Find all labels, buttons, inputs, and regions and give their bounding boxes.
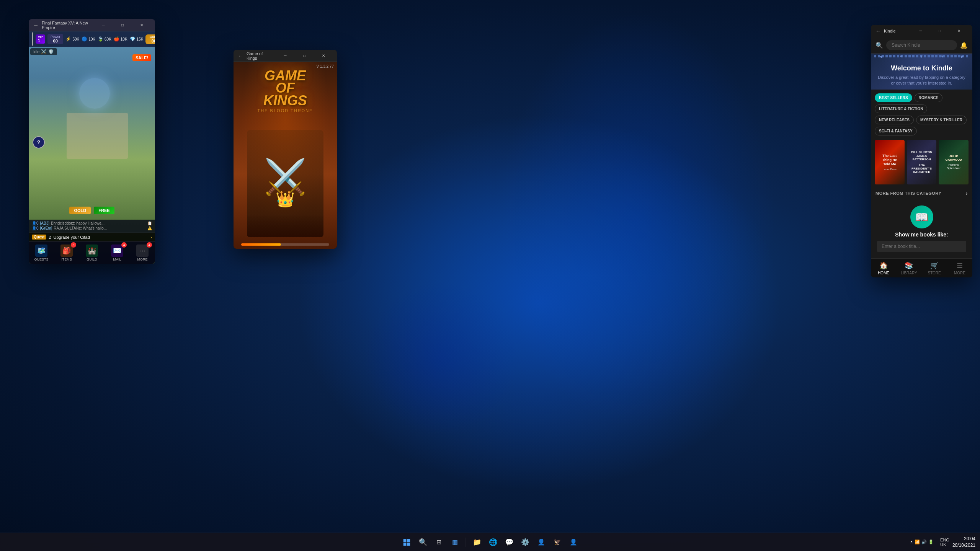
kindle-minimize-button[interactable]: ─: [912, 25, 929, 37]
taskbar-search-button[interactable]: 🔍: [416, 535, 430, 549]
deco-1: ◀: [879, 54, 882, 59]
taskbar-app2-button[interactable]: 🦅: [550, 535, 564, 549]
kindle-book-2-info: BILL CLINTONJAMES PATTERSON THE PRESIDEN…: [907, 147, 937, 177]
kindle-cat-bestsellers[interactable]: BEST SELLERS: [875, 93, 912, 102]
ff-window: ← Final Fantasy XV: A New Empire ─ □ ✕ 👤…: [29, 19, 155, 264]
kindle-cat-scifi[interactable]: SCI-FI & FANTASY: [875, 127, 917, 135]
gok-titlebar: ← Game of Kings ─ □ ✕: [234, 50, 337, 62]
kindle-decorations: ◀ ▼ ▼ ▼ ▶: [871, 54, 972, 59]
kindle-cat-newreleases[interactable]: NEW RELEASES: [875, 116, 914, 124]
kindle-show-section: 📖 Show me books like:: [871, 199, 972, 258]
kindle-nav-store[interactable]: 🛒 STORE: [922, 259, 947, 277]
ff-res-val-3: 60K: [105, 37, 111, 41]
taskbar-taskview-button[interactable]: ⊞: [432, 535, 446, 549]
ff-vip-label: VIP: [38, 35, 43, 39]
network-icon: 📶: [915, 540, 920, 544]
ff-gold-button[interactable]: GOLD: [69, 207, 91, 214]
taskbar-lang-display: ENGUK: [940, 538, 949, 547]
taskbar-edge-button[interactable]: 🌐: [486, 535, 500, 549]
kindle-more-arrow-icon: ›: [966, 190, 968, 196]
kindle-search-input[interactable]: [886, 40, 957, 50]
ff-bottom-section: 👤0 [AB3] Bhndclsddorz: happy Hallowe... …: [29, 220, 155, 264]
ff-castle: [67, 113, 128, 159]
ff-chat-tag-2: [GrEm]: [40, 226, 52, 230]
ff-res-val-5: 15K: [137, 37, 144, 41]
gok-back-icon[interactable]: ←: [238, 53, 243, 59]
kindle-show-input[interactable]: [877, 241, 966, 252]
kindle-notification-icon[interactable]: 🔔: [960, 42, 968, 49]
kindle-window: ← Kindle ─ □ ✕ 🔍 🔔 ◀ ▼ ▼ ▼ ▶ Welcome to …: [871, 25, 972, 277]
kindle-book-2-title: THE PRESIDENT'S DAUGHTER: [910, 163, 934, 174]
battery-icon: 🔋: [928, 540, 934, 544]
ff-nav-more-label: MORE: [137, 258, 148, 261]
ff-nav-quests[interactable]: 🗺️ QUESTS: [29, 241, 54, 264]
ff-free-button[interactable]: FREE: [94, 207, 114, 214]
taskbar-app3-button[interactable]: 👤: [567, 535, 580, 549]
ff-minimize-button[interactable]: ─: [95, 19, 112, 31]
taskbar-widgets-button[interactable]: ▦: [448, 535, 462, 549]
kindle-show-me-label: Show me books like:: [895, 231, 948, 238]
kindle-titlebar: ← Kindle ─ □ ✕: [871, 25, 972, 37]
kindle-search-bar: 🔍 🔔: [871, 37, 972, 54]
app3-icon: 👤: [570, 538, 577, 546]
kindle-book-2[interactable]: BILL CLINTONJAMES PATTERSON THE PRESIDEN…: [907, 140, 937, 185]
kindle-nav-more[interactable]: ☰ MORE: [947, 259, 972, 277]
ff-quest-num: 2: [49, 235, 51, 240]
kindle-book-recommendation-icon: 📖: [910, 205, 933, 228]
gok-loading-bar: [241, 243, 329, 246]
kindle-nav-home[interactable]: 🏠 HOME: [871, 259, 896, 277]
kindle-back-icon[interactable]: ←: [875, 28, 881, 34]
kindle-close-button[interactable]: ✕: [950, 25, 968, 37]
kindle-book-3[interactable]: JULIE GARWOOD Honor's Splendour: [939, 140, 969, 185]
ff-chat-line-2: 👤0 [GrEm] RAJA SULTANz: What's hallo... …: [32, 226, 152, 230]
taskbar-start-button[interactable]: [400, 535, 414, 549]
ff-action-buttons: GOLD FREE: [29, 207, 155, 214]
taskbar-settings-button[interactable]: ⚙️: [518, 535, 532, 549]
ff-nav-guild[interactable]: 🏰 GUILD: [79, 241, 105, 264]
ff-mail-badge: 4: [121, 242, 127, 248]
kindle-cat-romance[interactable]: ROMANCE: [915, 93, 943, 102]
ff-nav-mail[interactable]: 4 ✉️ MAIL: [105, 241, 130, 264]
ff-close-button[interactable]: ✕: [133, 19, 150, 31]
ff-res-val-1: 50K: [72, 37, 79, 41]
ff-window-controls: ─ □ ✕: [95, 19, 150, 31]
kindle-cat-literature[interactable]: LITERATURE & FICTION: [875, 104, 927, 113]
kindle-book-1[interactable]: The LastThing HeTold Me Laura Dave: [875, 140, 905, 185]
deco-4: ▼: [940, 54, 944, 59]
kindle-nav-library[interactable]: 📚 LIBRARY: [896, 259, 921, 277]
svg-rect-0: [403, 539, 407, 542]
ff-maximize-button[interactable]: □: [114, 19, 131, 31]
gok-close-button[interactable]: ✕: [315, 50, 332, 62]
ff-nav-items[interactable]: 5 🎒 ITEMS: [54, 241, 79, 264]
gok-title-line3: KINGS: [243, 95, 327, 107]
gok-loading-fill: [241, 243, 281, 246]
kindle-maximize-button[interactable]: □: [931, 25, 949, 37]
gok-warrior-figure: ⚔️ 👑: [264, 160, 307, 208]
gok-version-label: V 1.3.2.77: [316, 64, 334, 68]
taskbar-teams-button[interactable]: 💬: [502, 535, 516, 549]
gok-window: ← Game of Kings ─ □ ✕ V 1.3.2.77 GAME OF…: [234, 50, 337, 249]
kindle-home-icon: 🏠: [879, 261, 888, 270]
ff-help-button[interactable]: ?: [33, 136, 45, 148]
taskbar-clock: 20:04 20/10/2021: [952, 536, 975, 549]
ff-res-3: 🍃 60K: [98, 36, 111, 42]
ff-res-1: ⚡ 50K: [65, 36, 79, 42]
taskbar-app1-button[interactable]: 👤: [534, 535, 548, 549]
kindle-nav-library-label: LIBRARY: [901, 271, 917, 275]
gok-window-controls: ─ □ ✕: [276, 50, 332, 62]
ff-chat-alert-1: 📋: [147, 221, 152, 225]
kindle-nav-more-label: MORE: [954, 271, 965, 275]
gok-maximize-button[interactable]: □: [296, 50, 313, 62]
ff-gold-display: GOLD 00: [145, 34, 155, 44]
ff-nav-more[interactable]: 4 ⋯ MORE: [130, 241, 155, 264]
gok-minimize-button[interactable]: ─: [276, 50, 294, 62]
ff-power-label: Power: [51, 35, 60, 39]
kindle-cat-mystery[interactable]: MYSTERY & THRILLER: [916, 116, 967, 124]
chevron-up-icon[interactable]: ∧: [910, 540, 913, 544]
kindle-more-category[interactable]: MORE FROM THIS CATEGORY ›: [871, 187, 972, 199]
settings-icon: ⚙️: [521, 538, 529, 546]
taskbar-explorer-button[interactable]: 📁: [470, 535, 484, 549]
ff-back-icon[interactable]: ←: [33, 22, 39, 28]
app1-icon: 👤: [537, 538, 545, 546]
gok-window-title: Game of Kings: [247, 51, 273, 60]
